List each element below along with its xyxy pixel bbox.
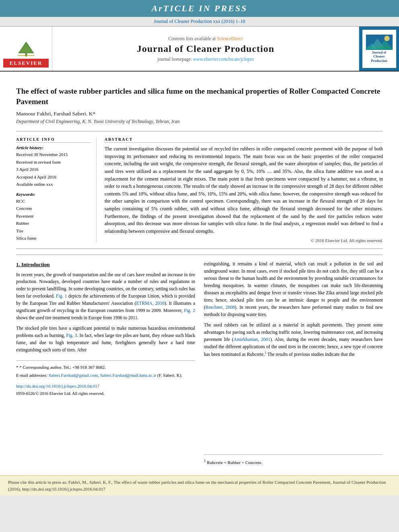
banner-text: ArTICLE IN PRESS xyxy=(152,3,248,13)
svg-rect-0 xyxy=(25,53,27,56)
article-info-col: Article Info Article history: Received 3… xyxy=(16,137,97,243)
footnote-section-right: 1 Rubcrete = Rubber + Concrete. xyxy=(204,454,383,466)
doi-link[interactable]: http://dx.doi.org/10.1016/j.jclepro.2016… xyxy=(16,384,99,388)
journal-ref-line: Journal of Cleaner Production xxx (2016)… xyxy=(0,17,399,27)
keywords-section: Keywords: RCC Concrete Pavement Rubber T… xyxy=(16,192,90,242)
contents-label: Contents lists available at xyxy=(168,36,216,41)
keyword-rcc: RCC xyxy=(16,198,90,205)
received-revised-label: Received in revised form xyxy=(16,159,90,166)
article-in-press-banner: ArTICLE IN PRESS xyxy=(0,0,399,17)
article-affiliation: Department of Civil Engineering, K. N. T… xyxy=(16,119,383,125)
body-two-col: 1. Introduction In recent years, the gro… xyxy=(16,261,383,467)
divider-2 xyxy=(16,249,383,249)
email1-link[interactable]: Saberi.Farshad@gmail.com xyxy=(49,373,98,378)
reschner-link[interactable]: Reschner, 2008 xyxy=(206,305,235,310)
divider-1 xyxy=(16,131,383,131)
article-content: The effect of waste rubber particles and… xyxy=(0,72,399,475)
amirkhanian-link[interactable]: Amirkhanian, 2001 xyxy=(234,337,270,342)
revised-date: 3 April 2016 xyxy=(16,166,90,173)
journal-ref-text: Journal of Cleaner Production xxx (2016)… xyxy=(154,18,245,24)
section1-title: 1. Introduction xyxy=(16,261,195,269)
fig1-link[interactable]: Fig. 1 xyxy=(56,294,67,298)
copyright-line: © 2016 Elsevier Ltd. All rights reserved… xyxy=(105,238,383,243)
elsevier-logo-box: ELSEVIER xyxy=(0,27,52,71)
authors-text: Mansour Fakhri, Farshad Saberi. K* xyxy=(16,111,95,117)
email-suffix: (F. Saberi. K). xyxy=(157,373,182,378)
footnote-rubcrete: Rubcrete = Rubber + Concrete. xyxy=(207,460,262,465)
keyword-silica: Silica fume xyxy=(16,235,90,242)
elsevier-brand-text: ELSEVIER xyxy=(3,59,49,68)
elsevier-tree-icon xyxy=(14,41,38,57)
body-para-1: In recent years, the growth of transport… xyxy=(16,271,195,322)
body-para-right-2: The used rubbers can be utilized as a ma… xyxy=(204,322,383,358)
footnote-1-line: 1 Rubcrete = Rubber + Concrete. xyxy=(204,458,383,466)
sciencedirect-link[interactable]: ScienceDirect xyxy=(217,36,243,41)
journal-homepage-line: journal homepage: www.elsevier.com/locat… xyxy=(157,57,253,62)
journal-main-title: Journal of Cleaner Production xyxy=(137,43,274,54)
fig2-link[interactable]: Fig. 2 xyxy=(184,308,195,313)
cp-inner: Journal of CleanerProduction xyxy=(362,30,396,68)
doi-line: http://dx.doi.org/10.1016/j.jclepro.2016… xyxy=(16,383,195,390)
divider-3 xyxy=(16,255,383,255)
keyword-rubber: Rubber xyxy=(16,220,90,227)
abstract-col: Abstract The current investigation discu… xyxy=(105,137,383,243)
issn-line: 0959-6526/© 2016 Elsevier Ltd. All right… xyxy=(16,390,195,397)
footnote-star: * xyxy=(16,365,19,370)
journal-title-center: Contents lists available at ScienceDirec… xyxy=(52,27,359,71)
keyword-concrete: Concrete xyxy=(16,205,90,212)
cp-landscape-icon xyxy=(365,35,393,50)
article-authors: Mansour Fakhri, Farshad Saberi. K* xyxy=(16,111,383,117)
history-label: Article history: xyxy=(16,145,90,150)
email2-link[interactable]: Saberi.Farshad@mail.kntu.ac.ir xyxy=(100,373,156,378)
abstract-text: The current investigation discusses the … xyxy=(105,145,383,235)
homepage-label: journal homepage: xyxy=(157,57,192,62)
keyword-tire: Tire xyxy=(16,228,90,234)
journal-header: ELSEVIER Contents lists available at Sci… xyxy=(0,27,399,72)
sciencedirect-line: Contents lists available at ScienceDirec… xyxy=(168,36,243,41)
svg-point-9 xyxy=(384,36,389,41)
body-para-2: The stocked pile tires have a significan… xyxy=(16,325,195,354)
keywords-label: Keywords: xyxy=(16,192,90,197)
available-online: Available online xxx xyxy=(16,181,90,188)
cleaner-production-box: Journal of CleanerProduction xyxy=(359,27,399,71)
corresponding-author-note: * * Corresponding author. Tel.; +98 918 … xyxy=(16,364,195,371)
journal-homepage-link[interactable]: www.elsevier.com/locate/jclepro xyxy=(193,57,254,62)
footnote-superscript-1: 1 xyxy=(265,351,266,355)
body-col-left: 1. Introduction In recent years, the gro… xyxy=(16,261,195,467)
etrma-link[interactable]: ETRMA, 2010 xyxy=(136,301,165,306)
article-title: The effect of waste rubber particles and… xyxy=(16,86,383,107)
email-footnote: E-mail addresses: Saberi.Farshad@gmail.c… xyxy=(16,372,195,379)
two-column-header: Article Info Article history: Received 3… xyxy=(16,137,383,243)
footnote-1-super: 1 xyxy=(204,459,206,463)
abstract-heading: Abstract xyxy=(105,137,383,143)
received-date: Received 30 November 2015 xyxy=(16,151,90,158)
article-info-heading: Article Info xyxy=(16,137,90,143)
accepted-date: Accepted 4 April 2016 xyxy=(16,174,90,181)
email-label: E-mail addresses: xyxy=(16,373,47,378)
keyword-pavement: Pavement xyxy=(16,213,90,220)
body-col-right: extinguishing, it remains a kind of mate… xyxy=(204,261,383,467)
body-para-right-1: extinguishing, it remains a kind of mate… xyxy=(204,261,383,318)
corresponding-text: * Corresponding author. Tel.; +98 918 36… xyxy=(19,365,106,370)
citation-text: Please cite this article in press as: Fa… xyxy=(8,480,386,491)
svg-rect-8 xyxy=(366,47,393,50)
fig3-link[interactable]: Fig. 3 xyxy=(66,333,77,338)
citation-bar: Please cite this article in press as: Fa… xyxy=(0,475,399,495)
footnote-section-left: * * Corresponding author. Tel.; +98 918 … xyxy=(16,360,195,397)
svg-rect-3 xyxy=(18,55,35,56)
svg-marker-2 xyxy=(19,43,33,52)
